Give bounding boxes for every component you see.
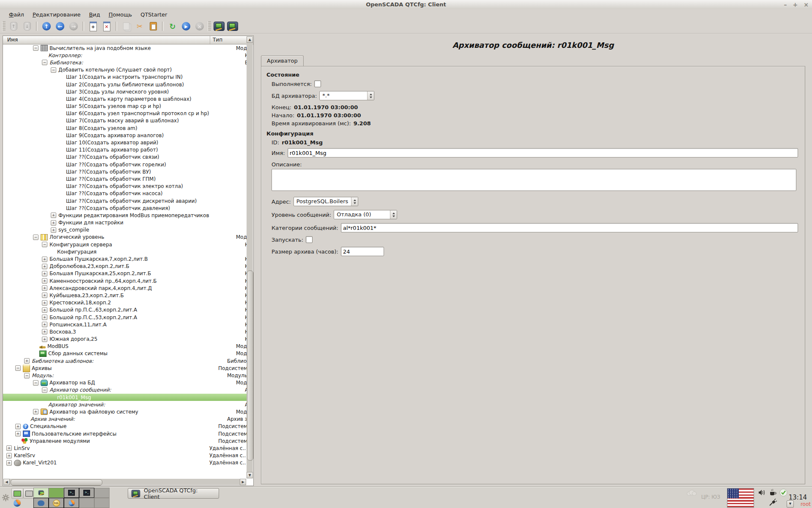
tree-row[interactable]: +Воскова,3Контроллер xyxy=(3,328,247,335)
scroll-up-icon[interactable]: ▲ xyxy=(247,36,253,43)
tree-row[interactable]: Шаг 4(Создать карту параметров в шаблона… xyxy=(3,95,247,102)
tree-row[interactable]: +Куйбышева,23,корп.2,лит.БКонтроллер xyxy=(3,292,247,299)
pager-desktop-cell[interactable] xyxy=(49,488,64,498)
scroll-down-icon[interactable]: ▼ xyxy=(247,472,253,478)
tree-row[interactable]: Архив значений:Архив значе... xyxy=(3,416,247,423)
scroll-right-icon[interactable]: ▶ xyxy=(240,479,246,485)
tree-row[interactable]: −Архиватор на БДМодуль xyxy=(3,379,247,387)
load-button[interactable]: ↑ xyxy=(8,21,19,32)
collapse-icon[interactable]: − xyxy=(42,60,47,65)
description-textarea[interactable] xyxy=(272,169,796,191)
menu-qtstarter[interactable]: QTStarter xyxy=(137,11,171,19)
minimize-button[interactable]: – xyxy=(784,1,787,8)
quicklaunch-firefox-button[interactable] xyxy=(11,498,22,508)
paste-button[interactable] xyxy=(147,21,159,32)
tab-archivator[interactable]: Архиватор xyxy=(261,55,304,66)
tree-row[interactable]: +Большой пр.П.С.,53,корп.2,лит.АКонтролл… xyxy=(3,314,247,321)
tree-row[interactable]: +Крестовский,18,корп.2Контроллер xyxy=(3,299,247,306)
tree-header-name[interactable]: Имя xyxy=(3,36,210,44)
tree-row[interactable]: Шаг 7(Создать маску аварий в шаблонах)Фу… xyxy=(3,117,247,124)
pager-desktop-cell[interactable]: SQL xyxy=(49,498,64,508)
collapse-icon[interactable]: − xyxy=(33,380,38,386)
expand-icon[interactable]: + xyxy=(42,285,47,291)
expand-icon[interactable]: + xyxy=(42,257,47,262)
tree-row[interactable]: +Александровский парк,4,корп.4,лит.ДКонт… xyxy=(3,284,247,292)
tree-row[interactable]: +Большая Пушкарская,7,корп.2,лит.ВКонтро… xyxy=(3,255,247,262)
spinner-arrows-icon[interactable] xyxy=(367,91,374,100)
copy-button[interactable] xyxy=(120,21,132,32)
coffee-cup-icon[interactable] xyxy=(769,489,776,496)
tree-row[interactable]: +Архиватор на файловую системуМодуль xyxy=(3,408,247,415)
archiver-db-combobox[interactable]: *.* xyxy=(319,91,374,100)
tree-row[interactable]: Шаг 6(Создать узел транспортный протокол… xyxy=(3,110,247,117)
expand-icon[interactable]: + xyxy=(42,315,47,320)
spinner-arrows-icon[interactable] xyxy=(351,197,358,206)
expand-icon[interactable]: + xyxy=(42,278,47,284)
expand-icon[interactable]: + xyxy=(51,220,56,226)
message-categories-input[interactable] xyxy=(341,223,798,232)
expand-icon[interactable]: + xyxy=(42,329,47,334)
tree-row[interactable]: +Функции для настройкиБиблиотека xyxy=(3,219,247,226)
tree-row[interactable]: −Библиотека:Библиотека xyxy=(3,59,247,66)
tree-row[interactable]: Шаг 9(Создать архиватор аналогов)Функция xyxy=(3,132,247,139)
tree-row[interactable]: Шаг 2(Создать узлы библиотеки шаблонов)Ф… xyxy=(3,81,247,88)
tree-row[interactable]: Сбор данных системыМодуль xyxy=(3,350,247,357)
menu-вид[interactable]: Вид xyxy=(85,11,104,19)
tree-row[interactable]: Шаг 11(Создать архиватор работ)Функция xyxy=(3,146,247,154)
expand-icon[interactable]: + xyxy=(6,460,12,466)
pager-desktop-cell[interactable] xyxy=(64,498,79,508)
collapse-icon[interactable]: − xyxy=(24,373,30,378)
pager-desktop-cell[interactable] xyxy=(33,498,49,508)
tree-row[interactable]: Шаг 10(Создать архиватор аврий)Функция xyxy=(3,139,247,146)
expand-icon[interactable]: + xyxy=(42,322,47,327)
back-button[interactable]: ← xyxy=(54,21,66,32)
menu-помощь[interactable]: Помощь xyxy=(105,11,136,19)
tree-row[interactable]: +Ропшинская,11,лит.АКонтроллер xyxy=(3,321,247,328)
tree-row[interactable]: +Большая Пушкарская,25,корп.2,лит.БКонтр… xyxy=(3,270,247,277)
to-start-checkbox[interactable] xyxy=(306,236,313,243)
plug-device-icon[interactable] xyxy=(769,499,777,506)
save-button[interactable]: ↓ xyxy=(21,21,33,32)
scroll-left-icon[interactable]: ◀ xyxy=(3,479,10,485)
tree-row[interactable]: +Добролюбова,23,корп.2,лит.БКонтроллер xyxy=(3,263,247,270)
message-level-combobox[interactable]: Отладка (0) xyxy=(334,210,397,219)
collapse-icon[interactable]: − xyxy=(51,67,56,73)
expand-icon[interactable]: + xyxy=(15,431,21,436)
tree-row[interactable]: +sys_compileБиблиотека xyxy=(3,226,247,234)
hscroll-thumb[interactable] xyxy=(11,479,102,486)
expand-icon[interactable]: + xyxy=(24,358,30,364)
tree-row[interactable]: −Модуль:Модуль xyxy=(3,372,247,379)
shield-check-updates-icon[interactable] xyxy=(779,489,787,497)
pager-desktop-cell[interactable] xyxy=(94,488,110,498)
menu-редактирование[interactable]: Редактирование xyxy=(29,11,84,19)
us-flag-keyboard-layout-icon[interactable] xyxy=(727,488,754,508)
pager-desktop-cell[interactable] xyxy=(94,498,110,508)
tree-row[interactable]: Шаг 8(Создать узелов am)Функция xyxy=(3,124,247,132)
expand-icon[interactable]: + xyxy=(42,337,47,342)
toolbar-drag-handle[interactable] xyxy=(2,21,5,31)
volume-speaker-icon[interactable] xyxy=(759,490,765,495)
forward-button[interactable]: → xyxy=(68,21,80,32)
qtcfg-app-button[interactable] xyxy=(213,21,225,32)
collapse-icon[interactable]: − xyxy=(42,242,47,247)
collapse-icon[interactable]: − xyxy=(42,387,47,393)
tree-row[interactable]: +Karel_Virt201Удалённая с.. xyxy=(3,459,247,467)
tree-row[interactable]: +LinSrvУдалённая с.. xyxy=(3,444,247,452)
close-button[interactable]: × xyxy=(804,1,809,8)
archive-size-input[interactable] xyxy=(341,247,384,256)
reload-button[interactable]: ↻ xyxy=(167,21,178,32)
up-level-button[interactable]: ↑ xyxy=(41,21,52,32)
collapse-icon[interactable]: − xyxy=(15,365,21,371)
delete-item-button[interactable]: ✕ xyxy=(101,21,112,32)
tree-row[interactable]: +Южная дорога,25Контроллер xyxy=(3,336,247,343)
collapse-icon[interactable]: − xyxy=(33,45,38,51)
pager-desktop-cell[interactable]: >_ xyxy=(64,488,79,498)
tree-row[interactable]: −Архиватор сообщений:Архиватор с... xyxy=(3,387,247,394)
tree-row[interactable]: Шаг ??(Создать обработчик электро котла)… xyxy=(3,183,247,190)
name-input[interactable] xyxy=(288,148,798,157)
tree-row[interactable]: Шаг ??(Создать обработчик насоса)Функция xyxy=(3,190,247,197)
tree-row[interactable]: −Логический уровеньМодуль xyxy=(3,234,247,241)
tree-row[interactable]: Шаг ??(Создать обработчик ГПМ)Функция xyxy=(3,175,247,182)
tree-row[interactable]: КонфигурацияПараметр xyxy=(3,248,247,255)
tree-row[interactable]: Архиватор значений:Архиватор з... xyxy=(3,401,247,408)
